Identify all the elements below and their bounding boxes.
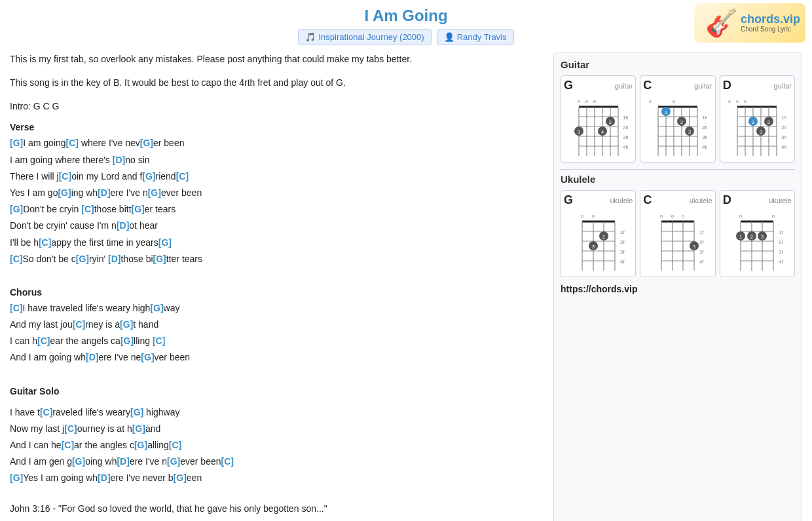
d-guitar-svg: x x o 1fr 2fr 3fr 4fr 1 2 bbox=[728, 94, 786, 159]
chord-c[interactable]: [C] bbox=[221, 456, 234, 467]
chord-diagram-c-ukulele: C ukulele o o bbox=[640, 190, 715, 277]
main-layout: This is my first tab, so overlook any mi… bbox=[10, 52, 802, 521]
svg-text:4fr: 4fr bbox=[702, 144, 707, 150]
chord-g[interactable]: [G] bbox=[148, 187, 161, 198]
chord-g[interactable]: [G] bbox=[10, 138, 23, 148]
svg-text:4: 4 bbox=[600, 129, 604, 135]
c-guitar-svg: x o 1fr 2fr 3fr 4fr 1 2 3 bbox=[648, 94, 707, 159]
chord-g[interactable]: [G] bbox=[120, 336, 134, 346]
verse-lines: [G]I am going[C] where I've nev[G]er bee… bbox=[10, 135, 543, 267]
chord-c[interactable]: [C] bbox=[40, 407, 52, 417]
chord-g[interactable]: [G] bbox=[120, 319, 133, 330]
svg-text:3: 3 bbox=[760, 129, 763, 135]
chord-g[interactable]: [G] bbox=[130, 407, 143, 417]
svg-text:o: o bbox=[682, 213, 685, 219]
svg-text:2fr: 2fr bbox=[623, 125, 628, 130]
guitar-section-title: Guitar bbox=[561, 59, 795, 70]
logo-site-name: chords.vip bbox=[741, 13, 800, 26]
verse-label: Verse bbox=[10, 122, 543, 132]
chord-c[interactable]: [C] bbox=[59, 171, 71, 182]
chord-g[interactable]: [G] bbox=[174, 473, 187, 483]
chord-g[interactable]: [G] bbox=[153, 254, 166, 264]
chord-c[interactable]: [C] bbox=[39, 237, 51, 248]
svg-text:o: o bbox=[577, 98, 580, 104]
ukulele-separator bbox=[561, 169, 795, 170]
chord-c[interactable]: [C] bbox=[73, 319, 85, 330]
svg-text:1fr: 1fr bbox=[779, 229, 783, 235]
chord-d[interactable]: [D] bbox=[117, 456, 129, 467]
chord-g[interactable]: [G] bbox=[142, 171, 155, 182]
svg-text:2: 2 bbox=[750, 234, 754, 240]
svg-text:3: 3 bbox=[761, 234, 764, 240]
chord-c[interactable]: [C] bbox=[81, 204, 94, 214]
intro-text-2: This song is in the key of B. It would b… bbox=[10, 75, 543, 91]
chord-g[interactable]: [G] bbox=[132, 423, 145, 434]
site-logo[interactable]: 🎸 chords.vip Chord Song Lyric bbox=[694, 3, 805, 43]
svg-text:1fr: 1fr bbox=[699, 229, 704, 235]
chord-c[interactable]: [C] bbox=[62, 440, 74, 450]
svg-text:2fr: 2fr bbox=[620, 239, 625, 245]
chord-g[interactable]: [G] bbox=[150, 303, 163, 313]
chord-diagram-c-guitar: C guitar x bbox=[640, 75, 715, 163]
d-ukulele-svg: o o 1fr 2fr 3fr 4fr 1 2 3 bbox=[731, 208, 783, 274]
intro-chords-line: Intro: G C G bbox=[10, 99, 543, 115]
chord-g[interactable]: [G] bbox=[76, 254, 89, 264]
chord-c[interactable]: [C] bbox=[176, 171, 189, 182]
chord-c[interactable]: [C] bbox=[37, 336, 50, 346]
chord-g[interactable]: [G] bbox=[134, 440, 147, 450]
meta-badges: 🎵 Inspirational Journey (2000) 👤 Randy T… bbox=[10, 29, 802, 45]
chord-c[interactable]: [C] bbox=[66, 138, 79, 148]
chorus-lines: [C]I have traveled life's weary high[G]w… bbox=[10, 300, 543, 366]
svg-text:2fr: 2fr bbox=[779, 239, 783, 245]
svg-text:1: 1 bbox=[752, 119, 755, 125]
chord-line: Yes I am go[G]ing wh[D]ere I've n[G]ever… bbox=[10, 185, 543, 201]
chord-d[interactable]: [D] bbox=[117, 220, 129, 231]
svg-text:o: o bbox=[739, 213, 743, 219]
svg-text:1fr: 1fr bbox=[781, 115, 786, 121]
chord-c[interactable]: [C] bbox=[169, 440, 181, 450]
svg-text:2fr: 2fr bbox=[699, 239, 704, 245]
chord-c[interactable]: [C] bbox=[64, 423, 77, 434]
chord-line: Don't be cryin' cause I'm n[D]ot hear bbox=[10, 218, 543, 234]
chord-diagram-g-guitar: G guitar bbox=[561, 75, 636, 163]
chord-g[interactable]: [G] bbox=[10, 204, 23, 214]
chord-c[interactable]: [C] bbox=[153, 336, 165, 346]
panel-url[interactable]: https://chords.vip bbox=[561, 284, 795, 294]
artist-badge[interactable]: 👤 Randy Travis bbox=[437, 29, 514, 45]
chord-g[interactable]: [G] bbox=[10, 473, 23, 483]
svg-text:2fr: 2fr bbox=[781, 125, 786, 130]
chord-line: [G]Don't be cryin [C]those bitt[G]er tea… bbox=[10, 201, 543, 218]
chord-g2[interactable]: [G] bbox=[140, 138, 153, 148]
svg-text:3fr: 3fr bbox=[623, 134, 628, 140]
chord-g[interactable]: [G] bbox=[141, 352, 154, 362]
chord-diagram-d-ukulele: D ukulele o o bbox=[720, 190, 795, 277]
chord-d[interactable]: [D] bbox=[108, 254, 120, 264]
svg-text:4fr: 4fr bbox=[620, 259, 625, 265]
chord-c[interactable]: [C] bbox=[10, 303, 22, 313]
chord-g[interactable]: [G] bbox=[167, 456, 180, 467]
svg-text:4fr: 4fr bbox=[781, 144, 786, 150]
chord-diagram-g-ukulele: G ukulele o o bbox=[561, 190, 636, 277]
person-icon: 👤 bbox=[444, 32, 454, 42]
svg-text:2: 2 bbox=[602, 234, 605, 240]
chorus-label: Chorus bbox=[10, 287, 543, 298]
chord-g[interactable]: [G] bbox=[72, 456, 85, 467]
chord-line: There I will j[C]oin my Lord and f[G]rie… bbox=[10, 168, 543, 185]
svg-text:o: o bbox=[671, 213, 674, 219]
chord-g[interactable]: [G] bbox=[132, 204, 145, 214]
chord-line: I am going where there's [D]no sin bbox=[10, 152, 543, 168]
svg-text:3: 3 bbox=[693, 244, 696, 250]
chord-g[interactable]: [G] bbox=[158, 237, 172, 248]
chord-g[interactable]: [G] bbox=[58, 187, 71, 198]
chord-c[interactable]: [C] bbox=[10, 254, 22, 264]
svg-text:o: o bbox=[585, 98, 588, 104]
g-ukulele-svg: o o 1fr 2fr 3fr 4fr 2 3 bbox=[572, 208, 625, 274]
chord-d[interactable]: [D] bbox=[98, 473, 110, 483]
chord-d[interactable]: [D] bbox=[98, 187, 110, 198]
chord-line: I have t[C]raveled life's weary[G] highw… bbox=[10, 404, 543, 421]
album-badge[interactable]: 🎵 Inspirational Journey (2000) bbox=[298, 29, 431, 45]
svg-text:o: o bbox=[772, 213, 775, 219]
chord-d[interactable]: [D] bbox=[113, 155, 125, 165]
music-icon: 🎵 bbox=[305, 32, 316, 42]
chord-d[interactable]: [D] bbox=[86, 352, 98, 362]
